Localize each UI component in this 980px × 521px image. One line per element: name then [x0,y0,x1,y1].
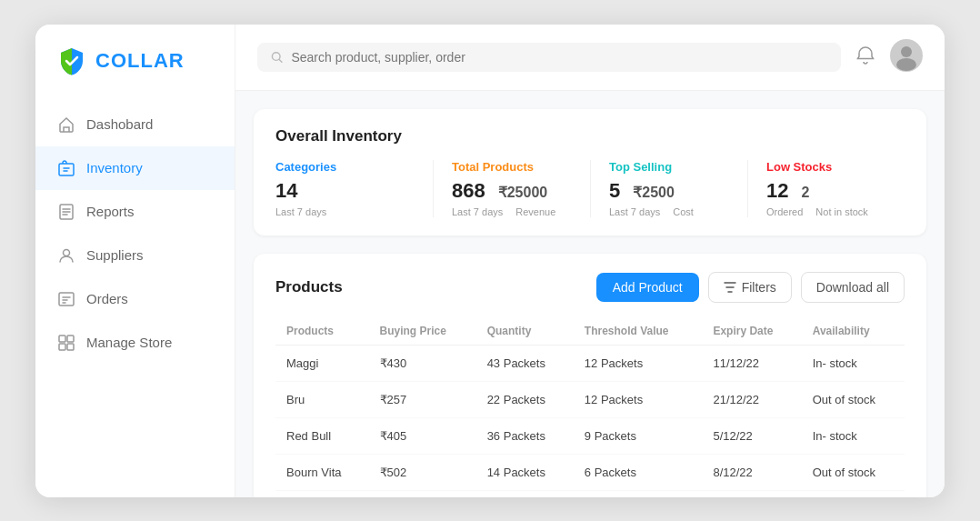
content-body: Overall Inventory Categories 14 Last 7 d… [235,91,945,497]
cell-quantity: 36 Packets [476,417,574,454]
cell-quantity: 5 Packets [476,490,574,497]
user-avatar[interactable] [890,39,923,75]
cell-threshold: 9 Packets [574,417,703,454]
home-icon [57,115,75,134]
cell-product-name: Red Bull [275,417,369,454]
stat-sub-total-products: Last 7 days [452,206,503,217]
sidebar-item-dashboard[interactable]: Dashobard [35,103,235,146]
col-header-quantity: Quantity [476,317,574,346]
sidebar-label-suppliers: Suppliers [86,247,144,263]
search-bar[interactable] [257,43,841,72]
manage-store-icon [57,334,75,352]
cell-quantity: 14 Packets [476,454,574,490]
stat-value-total-products: 868 [452,179,485,203]
cell-threshold: 5 Packets [574,490,703,497]
svg-rect-3 [59,293,74,306]
search-input[interactable] [291,50,828,65]
sidebar-item-manage-store[interactable]: Manage Store [35,321,235,365]
reports-icon [57,203,75,221]
cell-threshold: 12 Packets [574,381,703,417]
cell-quantity: 43 Packets [476,345,574,381]
stats-grid: Categories 14 Last 7 days Total Products… [275,160,905,217]
products-title: Products [275,278,343,296]
cell-expiry: 5/12/22 [702,417,801,454]
cell-buying-price: ₹530 [369,490,476,497]
svg-rect-5 [67,336,74,342]
sidebar-label-inventory: Inventory [86,160,143,175]
add-product-button[interactable]: Add Product [596,273,699,302]
header-actions [855,39,923,75]
inventory-overview-card: Overall Inventory Categories 14 Last 7 d… [254,109,926,235]
stat-sub-not-in-stock-label: Not in stock [815,206,867,217]
cell-availability: In- stock [802,417,905,454]
svg-rect-7 [67,344,74,350]
products-actions: Add Product Filters Download all [596,272,905,303]
table-row: Maggi ₹430 43 Packets 12 Packets 11/12/2… [275,345,905,381]
stat-sub-revenue-label: Revenue [515,206,555,217]
sidebar-label-manage-store: Manage Store [86,335,172,350]
cell-buying-price: ₹257 [369,381,476,417]
cell-availability: In- stock [802,490,905,497]
sidebar-item-orders[interactable]: Orders [35,277,235,321]
cell-expiry: 21/12/22 [702,381,801,417]
stat-total-products: Total Products 868 ₹25000 Last 7 days Re… [433,160,590,217]
cell-buying-price: ₹405 [369,417,476,454]
cell-availability: Out of stock [802,381,905,417]
stat-sub-ordered-label: Ordered [766,206,803,217]
stat-low-stocks: Low Stocks 12 2 Ordered Not in stock [747,160,905,217]
cell-product-name: Horlicks [275,490,369,497]
stat-value-ordered: 12 [766,179,788,203]
main-content: Overall Inventory Categories 14 Last 7 d… [235,25,945,497]
cell-availability: In- stock [802,345,905,381]
cell-expiry: 9/1/23 [702,490,801,497]
stat-label-top-selling: Top Selling [609,160,729,174]
cell-product-name: Bourn Vita [275,454,369,490]
stat-revenue: ₹25000 [498,184,548,201]
sidebar-label-dashboard: Dashobard [86,116,153,132]
col-header-availability: Availability [802,317,905,346]
sidebar-item-suppliers[interactable]: Suppliers [35,234,235,277]
stat-not-in-stock: 2 [801,185,809,201]
sidebar-item-inventory[interactable]: Inventory [35,146,235,190]
filters-button[interactable]: Filters [708,272,792,303]
cell-buying-price: ₹502 [369,454,476,490]
inventory-icon [57,159,75,177]
stat-label-total-products: Total Products [452,160,572,174]
products-table: Products Buying Price Quantity Threshold… [275,317,905,497]
stat-value-categories: 14 [275,179,297,203]
app-container: COLLAR Dashobard Inventory [35,25,945,497]
bell-icon [855,45,875,65]
svg-rect-0 [59,164,74,175]
svg-point-2 [64,249,70,255]
suppliers-icon [57,246,75,265]
stat-sub-cost-label: Cost [673,206,694,217]
stat-cost: ₹2500 [633,184,675,201]
svg-point-11 [896,58,916,71]
logo-icon [57,46,86,75]
app-name: COLLAR [95,49,185,73]
stat-sub-top-selling: Last 7 days [609,206,660,217]
table-header-row: Products Buying Price Quantity Threshold… [275,317,905,346]
sidebar: COLLAR Dashobard Inventory [35,25,235,497]
cell-threshold: 12 Packets [574,345,703,381]
table-row: Bru ₹257 22 Packets 12 Packets 21/12/22 … [275,381,905,417]
avatar-image [890,39,923,72]
notification-bell[interactable] [855,45,875,69]
stat-value-top-selling: 5 [609,179,620,203]
cell-product-name: Maggi [275,345,369,381]
sidebar-item-reports[interactable]: Reports [35,190,235,234]
inventory-overview-title: Overall Inventory [275,127,905,145]
stat-categories: Categories 14 Last 7 days [275,160,433,217]
svg-rect-4 [59,336,65,342]
col-header-threshold: Threshold Value [574,317,703,346]
svg-rect-6 [59,344,65,350]
cell-expiry: 11/12/22 [702,345,801,381]
sidebar-label-reports: Reports [86,204,135,219]
stat-top-selling: Top Selling 5 ₹2500 Last 7 days Cost [590,160,747,217]
products-header: Products Add Product Filters Download al… [275,272,905,303]
col-header-products: Products [275,317,369,346]
stat-sub-categories: Last 7 days [275,206,326,217]
cell-buying-price: ₹430 [369,345,476,381]
orders-icon [57,290,75,308]
download-button[interactable]: Download all [801,272,905,303]
